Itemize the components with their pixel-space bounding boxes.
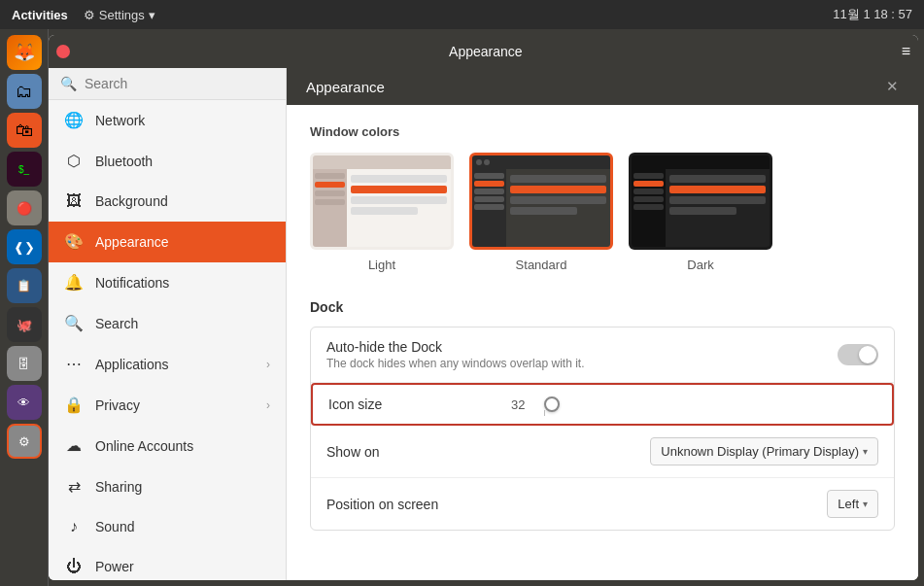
network-icon: 🌐 (64, 111, 84, 129)
settings-window: Appearance ≡ 🔍 🌐 Network ⬡ Bluetooth (49, 35, 918, 580)
topbar: Activities ⚙ Settings ▾ 11월 1 18 : 57 (0, 0, 924, 29)
show-on-label: Show on (326, 444, 650, 460)
search-icon: 🔍 (60, 76, 77, 91)
sidebar-item-sound[interactable]: ♪ Sound (49, 507, 286, 547)
bluetooth-icon: ⬡ (64, 152, 84, 170)
dock-db[interactable]: 🗄 (7, 346, 42, 381)
show-on-control: Unknown Display (Primary Display) ▾ (650, 437, 878, 465)
dock-gimp[interactable]: 🔴 (7, 190, 42, 225)
search-nav-icon: 🔍 (64, 314, 84, 332)
content-body: Window colors (287, 105, 918, 550)
close-button[interactable] (56, 45, 70, 58)
dock-position-row: Position on screen Left ▾ (311, 478, 894, 530)
sidebar-item-online-accounts[interactable]: ☁ Online Accounts (49, 426, 286, 466)
sidebar-item-bluetooth[interactable]: ⬡ Bluetooth (49, 141, 286, 182)
dock-auto-hide-row: Auto-hide the Dock The dock hides when a… (311, 327, 894, 383)
hamburger-menu[interactable]: ≡ (902, 43, 910, 60)
close-icon[interactable]: ✕ (886, 78, 899, 95)
topbar-right: 11월 1 18 : 57 (833, 6, 912, 23)
light-label: Light (368, 258, 395, 272)
sidebar-item-appearance[interactable]: 🎨 Appearance (49, 222, 286, 262)
dock-appstore[interactable]: 🛍 (7, 113, 42, 148)
content-area: Appearance ✕ Window colors (287, 68, 918, 580)
gear-icon: ⚙ (84, 8, 95, 22)
slider-container: 32 (511, 397, 544, 412)
dock-section-title: Dock (310, 299, 895, 315)
dock-notebook[interactable]: 📋 (7, 268, 42, 303)
standard-label: Standard (516, 258, 567, 272)
dock-firefox[interactable]: 🦊 (7, 35, 42, 70)
sidebar-item-applications[interactable]: ⋯ Applications › (49, 344, 286, 385)
auto-hide-control (838, 344, 878, 365)
dock-vscode[interactable]: ❰❯ (7, 229, 42, 264)
position-control: Left ▾ (827, 490, 878, 518)
datetime: 11월 1 18 : 57 (833, 6, 912, 23)
content-title: Appearance (306, 79, 385, 95)
applications-icon: ⋯ (64, 355, 84, 373)
icon-size-control: 32 (511, 397, 876, 412)
notifications-icon: 🔔 (64, 273, 84, 292)
light-preview (310, 153, 454, 250)
privacy-icon: 🔒 (64, 396, 84, 414)
theme-dark-option[interactable]: Dark (629, 153, 772, 272)
sidebar-item-sharing[interactable]: ⇄ Sharing (49, 466, 286, 507)
dark-preview (629, 153, 772, 250)
dock-terminal[interactable]: $_ (7, 152, 42, 187)
position-dropdown-arrow-icon: ▾ (863, 499, 868, 509)
chevron-down-icon: ▾ (149, 8, 155, 22)
sidebar-item-network[interactable]: 🌐 Network (49, 100, 286, 141)
chevron-right-icon-2: › (266, 398, 270, 412)
sidebar-search-bar: 🔍 (49, 68, 286, 100)
appearance-icon: 🎨 (64, 232, 84, 251)
power-icon: ⏻ (64, 558, 84, 575)
slider-value: 32 (511, 397, 534, 412)
toggle-knob (859, 346, 876, 363)
dock-settings: Auto-hide the Dock The dock hides when a… (310, 327, 895, 531)
show-on-dropdown[interactable]: Unknown Display (Primary Display) ▾ (650, 437, 878, 465)
auto-hide-toggle[interactable] (838, 344, 878, 365)
dock-files[interactable]: 🗂 (7, 74, 42, 109)
search-input[interactable] (85, 76, 274, 91)
main-container: 🦊 🗂 🛍 $_ 🔴 ❰❯ 📋 🐙 🗄 👁 ⚙ Appearance ≡ 🔍 (0, 29, 924, 586)
app-dock: 🦊 🗂 🛍 $_ 🔴 ❰❯ 📋 🐙 🗄 👁 ⚙ (0, 29, 49, 586)
settings-titlebar: Appearance ≡ (49, 35, 918, 68)
window-colors-options: Light (310, 153, 895, 272)
sidebar-item-notifications[interactable]: 🔔 Notifications (49, 262, 286, 303)
theme-standard-option[interactable]: Standard (469, 153, 613, 272)
dark-label: Dark (687, 258, 713, 272)
slider-tick (544, 410, 545, 416)
icon-size-label: Icon size (328, 396, 511, 412)
theme-light-option[interactable]: Light (310, 153, 454, 272)
sidebar: 🔍 🌐 Network ⬡ Bluetooth 🖼 Background 🎨 (49, 68, 287, 580)
auto-hide-label: Auto-hide the Dock The dock hides when a… (326, 339, 838, 370)
dock-show-on-row: Show on Unknown Display (Primary Display… (311, 426, 894, 478)
sharing-icon: ⇄ (64, 477, 84, 496)
dock-settings[interactable]: ⚙ (7, 424, 42, 459)
dock-github[interactable]: 🐙 (7, 307, 42, 342)
dropdown-arrow-icon: ▾ (863, 446, 868, 457)
dock-icon-size-row: Icon size 32 (311, 383, 894, 426)
sidebar-item-privacy[interactable]: 🔒 Privacy › (49, 385, 286, 426)
sidebar-item-background[interactable]: 🖼 Background (49, 182, 286, 222)
online-accounts-icon: ☁ (64, 436, 84, 455)
content-header: Appearance ✕ (287, 68, 918, 105)
sound-icon: ♪ (64, 518, 84, 535)
position-label: Position on screen (326, 497, 827, 512)
standard-preview (469, 153, 613, 250)
activities-button[interactable]: Activities (12, 8, 68, 22)
topbar-left: Activities ⚙ Settings ▾ (12, 8, 155, 22)
background-icon: 🖼 (64, 192, 84, 210)
sidebar-item-search[interactable]: 🔍 Search (49, 303, 286, 344)
chevron-right-icon: › (266, 358, 270, 371)
slider-thumb[interactable] (544, 396, 560, 412)
sidebar-item-power[interactable]: ⏻ Power (49, 547, 286, 580)
window-colors-title: Window colors (310, 124, 895, 139)
settings-menu[interactable]: ⚙ Settings ▾ (84, 8, 155, 22)
position-dropdown[interactable]: Left ▾ (827, 490, 878, 518)
settings-body: 🔍 🌐 Network ⬡ Bluetooth 🖼 Background 🎨 (49, 68, 918, 580)
dock-eye[interactable]: 👁 (7, 385, 42, 420)
window-title: Appearance (76, 44, 896, 59)
